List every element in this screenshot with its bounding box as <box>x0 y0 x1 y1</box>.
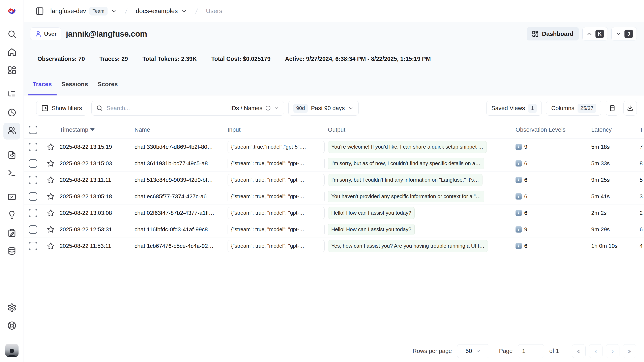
row-checkbox[interactable] <box>29 143 37 151</box>
row-output-preview[interactable]: I'm sorry, but I couldn't find any infor… <box>328 174 482 186</box>
sidebar-item-search[interactable] <box>4 26 20 43</box>
column-header-latency[interactable]: Latency <box>591 126 640 133</box>
column-header-observation-levels[interactable]: Observation Levels <box>516 126 591 133</box>
info-level-icon <box>516 193 522 200</box>
row-output-preview[interactable]: You haven't provided any specific inform… <box>328 191 484 202</box>
breadcrumb-project[interactable]: langfuse-dev Team <box>50 7 117 16</box>
row-output-preview[interactable]: I'm sorry, but as of now, I couldn't fin… <box>328 158 484 169</box>
info-level-icon <box>516 144 522 150</box>
row-input-preview[interactable]: {"stream":true,"model":"gpt-5",… <box>228 141 324 153</box>
users-icon <box>7 126 16 136</box>
last-page-button[interactable] <box>623 344 636 358</box>
table-row[interactable]: 2025-08-22 12:53:31 chat:116fbfdc-0fd3-4… <box>24 221 644 238</box>
sidebar-item-settings[interactable] <box>4 300 20 316</box>
sidebar-item-support[interactable] <box>4 318 20 334</box>
sidebar-item-prompts[interactable] <box>4 147 20 164</box>
table-row[interactable]: 2025-08-22 11:53:11 chat:1cb67476-b5ce-4… <box>24 238 644 254</box>
column-header-tokens-clipped[interactable]: T <box>640 126 644 133</box>
entity-badge-label: User <box>44 30 56 37</box>
row-checkbox[interactable] <box>29 209 37 217</box>
row-checkbox[interactable] <box>29 225 37 234</box>
profile-avatar[interactable] <box>5 344 18 357</box>
star-icon[interactable] <box>47 192 55 200</box>
star-icon[interactable] <box>47 209 55 217</box>
page-number-input[interactable] <box>518 344 544 358</box>
content: Show filters IDs / Names 90d Past 90 day… <box>24 96 644 362</box>
sidebar-item-playground[interactable] <box>4 165 20 182</box>
row-checkbox[interactable] <box>29 242 37 250</box>
columns-button[interactable]: Columns 25/37 <box>546 101 601 116</box>
sidebar-item-annotation[interactable] <box>4 225 20 242</box>
show-filters-button[interactable]: Show filters <box>36 101 87 116</box>
sidebar-toggle-icon[interactable] <box>35 6 44 16</box>
row-height-button[interactable] <box>606 101 619 116</box>
column-header-input[interactable]: Input <box>228 126 328 133</box>
sidebar-item-insights[interactable] <box>4 207 20 224</box>
row-latency: 2m 2s <box>591 210 640 216</box>
table-row[interactable]: 2025-08-22 13:05:18 chat:ec685f77-7374-4… <box>24 188 644 205</box>
column-header-output[interactable]: Output <box>328 126 516 133</box>
file-code-icon <box>7 150 16 160</box>
star-icon[interactable] <box>47 176 55 184</box>
row-input-preview[interactable]: {"stream": true, "model": "gpt-… <box>228 191 324 202</box>
row-latency: 9m 29s <box>591 226 640 233</box>
row-input-preview[interactable]: {"stream": true, "model": "gpt-… <box>228 224 324 235</box>
breadcrumb-environment[interactable]: docs-examples <box>136 8 187 15</box>
row-input-preview[interactable]: {"stream": true, "model": "gpt-… <box>228 174 324 186</box>
row-output-preview[interactable]: Yes, how can I assist you? Are you havin… <box>328 240 488 252</box>
previous-user-button[interactable]: K <box>582 27 608 40</box>
table-row[interactable]: 2025-08-22 13:03:08 chat:02f63f47-87b2-4… <box>24 205 644 221</box>
tab-traces[interactable]: Traces <box>28 74 56 96</box>
saved-views-button[interactable]: Saved Views 1 <box>486 101 542 116</box>
row-output-preview[interactable]: Hello! How can I assist you today? <box>328 224 415 235</box>
row-output-preview[interactable]: Hello! How can I assist you today? <box>328 207 415 219</box>
search-input[interactable] <box>106 105 226 112</box>
export-download-button[interactable] <box>624 101 637 116</box>
sidebar-item-home[interactable] <box>4 44 20 61</box>
date-range-button[interactable]: 90d Past 90 days <box>288 101 359 116</box>
rows-per-page-select[interactable]: 50 <box>457 344 489 358</box>
row-checkbox[interactable] <box>29 176 37 184</box>
user-stat: Observations: 70 <box>38 56 85 62</box>
row-checkbox[interactable] <box>29 159 37 168</box>
row-input-preview[interactable]: {"stream": true, "model": "gpt-… <box>228 240 324 252</box>
row-observation-level-count: 6 <box>524 177 528 183</box>
info-level-icon <box>516 243 522 249</box>
column-header-name[interactable]: Name <box>134 126 228 133</box>
star-icon[interactable] <box>47 143 55 151</box>
langfuse-logo[interactable] <box>7 6 16 16</box>
sidebar-item-sessions[interactable] <box>4 104 20 122</box>
row-timestamp: 2025-08-22 11:53:11 <box>60 243 134 249</box>
tab-scores[interactable]: Scores <box>93 74 123 96</box>
column-header-timestamp[interactable]: Timestamp <box>60 126 134 133</box>
select-all-checkbox[interactable] <box>29 126 37 134</box>
sidebar-item-users[interactable] <box>4 122 20 140</box>
previous-page-button[interactable] <box>589 344 602 358</box>
date-range-label: Past 90 days <box>311 105 345 112</box>
project-badge: Team <box>90 7 108 16</box>
search-scope-dropdown[interactable]: IDs / Names <box>230 105 279 112</box>
sidebar-item-datasets[interactable] <box>4 243 20 260</box>
row-checkbox[interactable] <box>29 192 37 201</box>
dashboard-button[interactable]: Dashboard <box>526 27 579 40</box>
row-observation-level-count: 9 <box>524 226 528 233</box>
table-row[interactable]: 2025-08-22 13:11:11 chat:513e84e9-9039-4… <box>24 172 644 188</box>
next-user-button[interactable]: J <box>612 27 637 40</box>
sidebar-item-dashboards[interactable] <box>4 62 20 79</box>
next-page-button[interactable] <box>606 344 620 358</box>
first-page-button[interactable] <box>572 344 586 358</box>
sidebar-item-tracing[interactable] <box>4 86 20 103</box>
table-row[interactable]: 2025-08-22 13:15:03 chat:3611931b-bc77-4… <box>24 155 644 172</box>
download-icon <box>626 104 634 112</box>
environment-name: docs-examples <box>136 8 178 15</box>
star-icon[interactable] <box>47 226 55 234</box>
user-stat: Total Tokens: 2.39K <box>142 56 197 62</box>
row-input-preview[interactable]: {"stream": true, "model": "gpt-… <box>228 158 324 169</box>
star-icon[interactable] <box>47 160 55 168</box>
row-output-preview[interactable]: You’re welcome! If you’d like, I can sha… <box>328 141 487 153</box>
tab-sessions[interactable]: Sessions <box>56 74 93 96</box>
table-row[interactable]: 2025-08-22 13:15:19 chat:330bd4e7-d869-4… <box>24 139 644 155</box>
star-icon[interactable] <box>47 242 55 250</box>
sidebar-item-evaluation[interactable] <box>4 189 20 206</box>
row-input-preview[interactable]: {"stream": true, "model": "gpt-… <box>228 207 324 219</box>
